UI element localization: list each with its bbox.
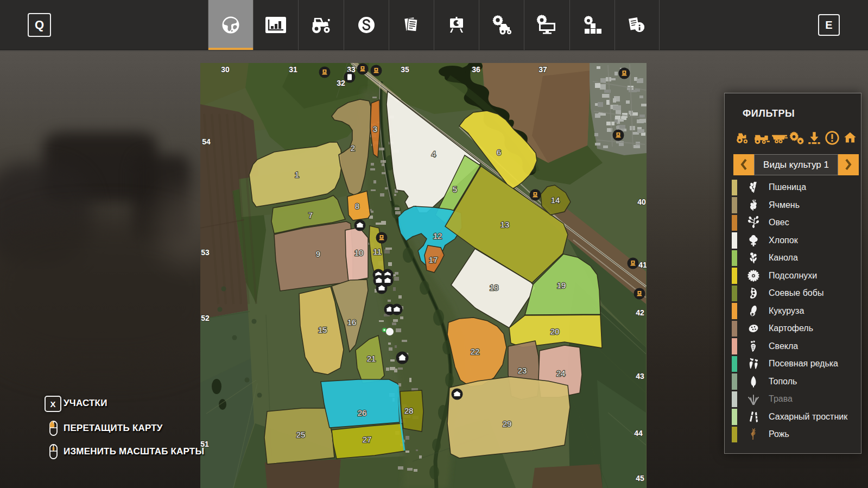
svg-text:53: 53 bbox=[201, 248, 210, 257]
svg-text:31: 31 bbox=[289, 65, 297, 74]
svg-text:41: 41 bbox=[638, 261, 647, 269]
svg-text:52: 52 bbox=[201, 314, 210, 322]
svg-text:16: 16 bbox=[347, 318, 357, 327]
svg-text:11: 11 bbox=[373, 247, 382, 256]
svg-text:25: 25 bbox=[296, 430, 306, 439]
svg-text:7: 7 bbox=[308, 211, 313, 220]
svg-text:12: 12 bbox=[433, 231, 442, 240]
svg-text:18: 18 bbox=[490, 283, 499, 292]
svg-text:6: 6 bbox=[497, 148, 501, 157]
svg-text:17: 17 bbox=[429, 255, 438, 264]
svg-text:26: 26 bbox=[358, 408, 367, 417]
svg-text:54: 54 bbox=[202, 137, 211, 146]
svg-text:8: 8 bbox=[355, 201, 359, 211]
svg-text:13: 13 bbox=[500, 220, 510, 229]
svg-text:42: 42 bbox=[636, 308, 644, 317]
svg-text:36: 36 bbox=[472, 65, 480, 74]
svg-text:35: 35 bbox=[401, 65, 409, 74]
svg-text:10: 10 bbox=[354, 248, 364, 257]
svg-text:32: 32 bbox=[337, 79, 345, 87]
svg-text:5: 5 bbox=[453, 185, 457, 194]
svg-text:20: 20 bbox=[550, 327, 560, 336]
svg-text:24: 24 bbox=[556, 369, 566, 378]
svg-text:2: 2 bbox=[351, 143, 355, 153]
svg-text:14: 14 bbox=[551, 195, 560, 205]
svg-text:43: 43 bbox=[636, 372, 644, 381]
svg-text:4: 4 bbox=[432, 149, 436, 159]
svg-text:40: 40 bbox=[637, 198, 646, 206]
svg-text:29: 29 bbox=[503, 419, 512, 428]
svg-text:45: 45 bbox=[636, 474, 644, 483]
svg-text:30: 30 bbox=[221, 65, 230, 74]
svg-text:44: 44 bbox=[634, 429, 643, 438]
svg-text:28: 28 bbox=[404, 406, 414, 415]
svg-text:19: 19 bbox=[557, 281, 566, 290]
svg-text:22: 22 bbox=[471, 347, 480, 356]
svg-text:1: 1 bbox=[295, 170, 299, 179]
svg-text:37: 37 bbox=[538, 65, 547, 74]
svg-text:3: 3 bbox=[373, 124, 377, 134]
svg-text:15: 15 bbox=[318, 325, 327, 334]
svg-text:9: 9 bbox=[316, 249, 320, 258]
svg-text:21: 21 bbox=[367, 354, 376, 363]
svg-text:27: 27 bbox=[363, 435, 372, 444]
svg-text:23: 23 bbox=[518, 366, 527, 375]
